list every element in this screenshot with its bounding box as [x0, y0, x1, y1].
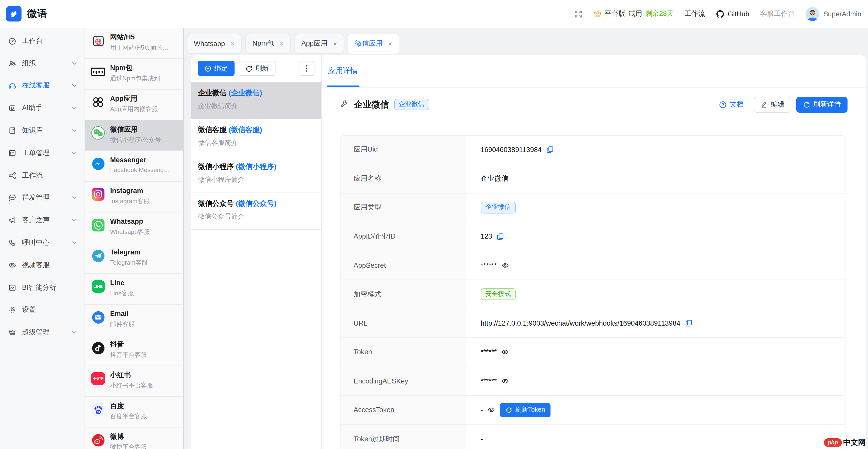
copy-icon[interactable]: [685, 320, 692, 327]
app-type-tag: (微信小程序): [236, 162, 277, 170]
sidebar-item-super-admin[interactable]: 超级管理: [0, 321, 85, 344]
whatsapp-icon: [91, 218, 105, 232]
sidebar-item-label: 客户之声: [22, 216, 50, 225]
copy-icon[interactable]: [546, 146, 553, 153]
channel-item-douyin[interactable]: 抖音 抖音平台客服: [85, 335, 183, 366]
channel-desc: Line客服: [110, 289, 134, 298]
channel-desc: Whatsapp客服: [110, 228, 150, 236]
channel-item-weibo[interactable]: 微博 微博平台客服: [85, 427, 183, 449]
channel-item-whatsapp[interactable]: Whatsapp Whatsapp客服: [85, 213, 183, 243]
channel-item-messenger[interactable]: Messenger Facebook Messeng…: [85, 151, 183, 182]
app-secret-masked: ******: [480, 262, 497, 269]
close-icon[interactable]: ×: [388, 40, 392, 47]
open-tabs-bar: Whatsapp × Npm包 × App应用 × 微信应用 ×: [184, 28, 868, 55]
sidebar-item-bi-analytics[interactable]: BI智能分析: [0, 277, 85, 299]
app-item-wechat-miniprogram[interactable]: 微信小程序(微信小程序) 微信小程序简介: [191, 156, 321, 193]
bind-toolbar: 绑定 刷新: [191, 55, 321, 82]
tab-wechat[interactable]: 微信应用 ×: [348, 34, 399, 54]
messenger-icon: [91, 157, 105, 170]
sidebar-item-workbench[interactable]: 工作台: [0, 30, 85, 52]
channel-item-telegram[interactable]: Telegram Telegram客服: [85, 243, 183, 274]
sidebar-item-settings[interactable]: 设置: [0, 299, 85, 321]
workflow-link[interactable]: 工作流: [684, 9, 705, 19]
channel-desc: 小红书平台客服: [110, 381, 153, 390]
sidebar-item-label: 超级管理: [22, 328, 50, 337]
agent-workbench-link[interactable]: 客服工作台: [760, 9, 795, 19]
channel-item-line[interactable]: LINE Line Line客服: [85, 274, 183, 304]
detail-title: 企业微信: [354, 99, 389, 110]
wechat-icon: [91, 126, 105, 140]
app-desc: 微信客服简介: [198, 138, 314, 147]
sidebar-item-ticket-management[interactable]: 工单管理: [0, 142, 85, 164]
sidebar-item-voice-of-customer[interactable]: 客户之声: [0, 209, 85, 232]
chevron-down-icon: [72, 219, 77, 222]
sidebar-item-knowledge-base[interactable]: 知识库: [0, 119, 85, 142]
github-label: GitHub: [728, 10, 749, 18]
docs-link[interactable]: ? 文档: [719, 100, 744, 109]
app-type-tag: (企业微信): [229, 88, 262, 97]
channel-desc: 微博平台客服: [110, 443, 147, 449]
tab-npm[interactable]: Npm包 ×: [245, 34, 290, 54]
app-item-wechat-work[interactable]: 企业微信(企业微信) 企业微信简介: [191, 82, 321, 119]
plan-badge[interactable]: 平台版 试用 剩余28天: [593, 9, 674, 19]
channel-item-xiaohongshu[interactable]: 小红书 小红书 小红书平台客服: [85, 366, 183, 397]
channel-item-website[interactable]: 网站/H5 用于网站/H5页面的…: [85, 28, 183, 59]
row-label: 应用名称: [340, 164, 465, 193]
tab-app[interactable]: App应用 ×: [294, 34, 344, 54]
close-icon[interactable]: ×: [333, 40, 337, 47]
detail-header: 企业微信 企业微信 ? 文档 编辑 刷新详情: [328, 87, 860, 122]
channel-item-wechat[interactable]: 微信应用 微信小程序/公众号…: [85, 120, 183, 151]
bind-button[interactable]: 绑定: [197, 61, 234, 76]
instagram-icon: [91, 187, 105, 201]
table-row: 应用Uid 1690460389113984: [340, 135, 845, 164]
channel-desc: 用于网站/H5页面的…: [110, 43, 169, 52]
sidebar-item-label: 工单管理: [22, 149, 50, 158]
refresh-button[interactable]: 刷新: [238, 61, 275, 76]
channel-desc: 百度平台客服: [110, 412, 147, 421]
username: SuperAdmin: [823, 10, 861, 18]
chevron-down-icon: [72, 152, 77, 155]
channel-name: Npm包: [110, 63, 166, 73]
aes-key-masked: ******: [480, 377, 497, 385]
row-label: AppID/企业ID: [340, 222, 465, 251]
tab-app-detail[interactable]: 应用详情: [327, 55, 359, 87]
channel-item-baidu[interactable]: du 百度 百度平台客服: [85, 397, 183, 427]
github-link[interactable]: GitHub: [716, 9, 749, 18]
sidebar-item-online-service[interactable]: 在线客服: [0, 74, 85, 97]
eye-icon[interactable]: [488, 406, 495, 414]
close-icon[interactable]: ×: [280, 40, 283, 47]
sidebar-item-video-service[interactable]: 视频客服: [0, 254, 85, 277]
eye-icon[interactable]: [501, 262, 509, 269]
sidebar-item-broadcast[interactable]: 群发管理: [0, 187, 85, 209]
channel-desc: Facebook Messeng…: [110, 166, 170, 173]
sidebar-item-organization[interactable]: 组织: [0, 52, 85, 75]
app-logo[interactable]: [6, 6, 22, 22]
row-label: Token过期时间: [340, 425, 465, 449]
pencil-icon: [761, 101, 768, 108]
channel-desc: 通过Npm包集成到…: [110, 74, 166, 83]
channel-item-email[interactable]: Email 邮件客服: [85, 304, 183, 335]
tab-whatsapp[interactable]: Whatsapp ×: [187, 34, 242, 54]
avatar[interactable]: [805, 7, 819, 21]
channel-item-npm[interactable]: npm Npm包 通过Npm包集成到…: [85, 59, 183, 90]
eye-icon[interactable]: [501, 348, 509, 356]
row-label: URL: [340, 309, 465, 338]
fullscreen-icon[interactable]: [574, 9, 583, 18]
refresh-token-button[interactable]: 刷新Token: [500, 403, 551, 417]
refresh-icon: [245, 65, 252, 72]
refresh-detail-button[interactable]: 刷新详情: [796, 97, 847, 113]
sidebar-item-ai-assistant[interactable]: AI助手: [0, 97, 85, 120]
app-item-wechat-official-account[interactable]: 微信公众号(微信公众号) 微信公众号简介: [191, 193, 321, 230]
more-options-button[interactable]: [299, 61, 314, 76]
edit-button[interactable]: 编辑: [754, 97, 791, 113]
channel-item-instagram[interactable]: Instagram Instagram客服: [85, 182, 183, 213]
channel-item-app[interactable]: App应用 App应用内嵌客服: [85, 90, 183, 120]
eye-icon[interactable]: [501, 377, 509, 385]
app-item-wechat-kefu[interactable]: 微信客服(微信客服) 微信客服简介: [191, 119, 321, 156]
app-uid-value: 1690460389113984: [480, 146, 541, 154]
copy-icon[interactable]: [497, 233, 504, 240]
main-area: Whatsapp × Npm包 × App应用 × 微信应用 ×: [184, 28, 868, 449]
sidebar-item-call-center[interactable]: 呼叫中心: [0, 231, 85, 254]
close-icon[interactable]: ×: [231, 40, 235, 47]
sidebar-item-workflow[interactable]: 工作流: [0, 164, 85, 187]
